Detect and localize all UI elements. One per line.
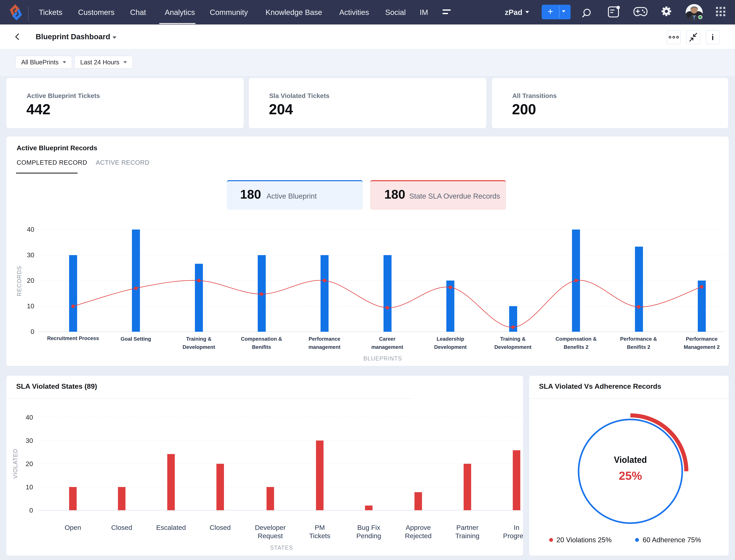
svg-text:Tickets: Tickets [309,532,330,540]
svg-text:Violated: Violated [614,454,647,465]
svg-text:0: 0 [31,328,34,335]
svg-text:20: 20 [26,460,33,468]
svg-text:40: 40 [27,226,34,233]
svg-text:Career: Career [379,336,396,342]
svg-text:40: 40 [26,414,33,421]
svg-text:20: 20 [27,277,34,284]
svg-text:Performance &: Performance & [620,336,657,342]
svg-text:BLUEPRINTS: BLUEPRINTS [363,355,402,362]
svg-text:Benifits 2: Benifits 2 [627,344,650,350]
svg-text:Development: Development [182,344,215,350]
svg-text:management: management [371,344,403,350]
svg-text:30: 30 [26,437,33,444]
svg-text:PM: PM [315,524,325,531]
svg-text:Compensation &: Compensation & [241,336,282,342]
svg-text:Goal Setting: Goal Setting [121,336,151,342]
svg-text:Bug Fix: Bug Fix [357,524,380,531]
svg-text:Performance: Performance [308,336,340,342]
svg-text:0: 0 [29,507,33,514]
svg-text:Recruitment Process: Recruitment Process [47,335,99,341]
svg-text:Benefits 2: Benefits 2 [564,344,589,350]
svg-text:Closed: Closed [111,524,132,531]
svg-text:Rejected: Rejected [405,532,432,540]
svg-text:RECORDS: RECORDS [16,266,22,296]
svg-text:Progress: Progress [503,532,523,540]
svg-text:Approve: Approve [406,524,431,531]
svg-text:Leadership: Leadership [437,336,464,342]
svg-text:10: 10 [26,483,33,491]
svg-text:Open: Open [65,524,81,531]
svg-text:In: In [514,524,519,531]
svg-text:Closed: Closed [210,524,231,531]
svg-text:Pending: Pending [356,532,381,540]
svg-text:Escalated: Escalated [156,524,186,531]
svg-text:Training &: Training & [186,336,211,342]
svg-text:VIOLATED: VIOLATED [12,449,19,479]
svg-text:20 Violations 25%: 20 Violations 25% [557,536,612,544]
svg-text:10: 10 [27,302,34,310]
svg-text:STATES: STATES [270,544,293,551]
svg-text:60 Adherence 75%: 60 Adherence 75% [643,536,701,544]
svg-text:Request: Request [258,532,283,540]
svg-text:Performance: Performance [686,336,718,342]
svg-text:25%: 25% [619,469,642,482]
svg-text:management: management [308,344,340,350]
svg-text:Development: Development [434,344,467,350]
svg-text:Training: Training [455,532,480,540]
svg-text:Compensation &: Compensation & [556,336,597,342]
svg-text:Developmment: Developmment [495,344,532,350]
svg-text:30: 30 [27,251,34,259]
svg-text:Partner: Partner [456,524,478,531]
svg-text:Developer: Developer [255,524,286,531]
svg-text:Management 2: Management 2 [684,344,720,350]
svg-text:Training &: Training & [500,336,526,342]
svg-text:Benifits: Benifits [252,344,271,350]
